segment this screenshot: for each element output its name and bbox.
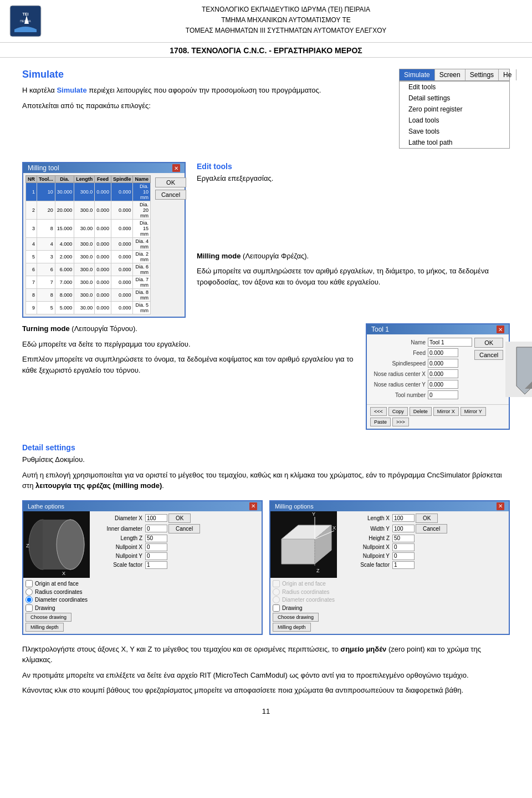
menu-screen[interactable]: Screen <box>435 69 466 80</box>
conclusion-text: Κάνοντας κλικ στο κουμπί βάθους του φρεζ… <box>22 685 510 696</box>
milling-length-x-input[interactable] <box>392 514 415 522</box>
tool1-preview-svg <box>505 342 532 397</box>
lathe-null-x-label: Nullpoint X <box>94 544 144 550</box>
menu-simulate[interactable]: Simulate <box>400 69 435 80</box>
lathe-length-input[interactable] <box>145 535 167 542</box>
milling-drawing-checkbox[interactable] <box>273 604 280 612</box>
lathe-scale-row: Scale factor <box>94 561 259 569</box>
lathe-drawing-checkbox[interactable] <box>25 604 33 612</box>
milling-height-z-input[interactable] <box>392 535 415 542</box>
lathe-null-y-label: Nullpoint Y <box>94 553 144 559</box>
milling-cancel-btn[interactable]: Cancel <box>416 524 447 533</box>
table-cell: 8 <box>37 220 55 238</box>
table-cell: 0.000 <box>111 201 133 220</box>
milling-width-y-input[interactable] <box>392 525 415 532</box>
lathe-radius-radio[interactable] <box>25 588 33 596</box>
table-cell: 300.0 <box>74 183 95 201</box>
menu-he[interactable]: He <box>499 69 516 80</box>
milling-options-close[interactable]: ✕ <box>497 502 504 510</box>
page-number: 11 <box>22 707 510 715</box>
menu-item-lathe-tool[interactable]: Lathe tool path <box>400 137 509 148</box>
milling-ok-btn[interactable]: OK <box>416 514 438 523</box>
turning-text: Turning mode (Λειτουργία Τόρνου). Εδώ μπ… <box>22 323 355 380</box>
milling-radius-row: Radius coordinates <box>273 588 507 596</box>
lathe-null-x-input[interactable] <box>145 543 167 551</box>
tool1-delete-btn[interactable]: Delete <box>410 407 432 416</box>
milling-cancel-btn[interactable]: Cancel <box>155 190 186 200</box>
zero-point-p1: Πληκτρολογήστε στους άξονες X, Y και Z τ… <box>22 645 340 653</box>
table-row[interactable]: 532.000300.00.0000.000Dia. 2 mm <box>26 251 151 263</box>
tool1-prev-btn[interactable]: <<< <box>370 407 387 416</box>
lathe-scale-input[interactable] <box>145 561 167 569</box>
table-cell: 300.0 <box>74 276 95 289</box>
milling-scale-label: Scale factor <box>341 562 391 568</box>
lathe-diameter-label: Diameter coordinates <box>35 597 88 603</box>
menu-bar[interactable]: Simulate Screen Settings He <box>399 69 510 81</box>
table-cell: 4 <box>26 238 37 251</box>
table-row[interactable]: 444.000300.00.0000.000Dia. 4 mm <box>26 238 151 251</box>
table-row[interactable]: 11030.000300.00.0000.000Dia. 10 mm <box>26 183 151 201</box>
table-row[interactable]: 666.000300.00.0000.000Dia. 6 mm <box>26 263 151 276</box>
tool1-feed-input[interactable] <box>428 348 458 357</box>
milling-null-x-input[interactable] <box>392 543 415 551</box>
table-cell: 8 <box>26 289 37 302</box>
lathe-diameter-radio[interactable] <box>25 596 33 603</box>
tool1-name-row: Name <box>370 338 472 347</box>
tool1-nry-input[interactable] <box>428 380 458 389</box>
menu-settings[interactable]: Settings <box>466 69 499 80</box>
tool1-paste-btn[interactable]: Paste <box>370 418 391 426</box>
menu-item-save-tools[interactable]: Save tools <box>400 126 509 137</box>
lathe-null-y-input[interactable] <box>145 552 167 560</box>
milling-table-body: 11030.000300.00.0000.000Dia. 10 mm22020.… <box>26 183 151 314</box>
tool1-mirrorx-btn[interactable]: Mirror X <box>433 407 459 416</box>
table-cell: 6.000 <box>55 263 74 276</box>
table-row[interactable]: 3815.00030.000.0000.000Dia. 15 mm <box>26 220 151 238</box>
tool1-nrx-input[interactable] <box>428 369 458 378</box>
tool1-toolnum-input[interactable] <box>428 390 458 399</box>
table-row[interactable]: 777.000300.00.0000.000Dia. 7 mm <box>26 276 151 289</box>
milling-length-x-row: Length X OK <box>341 514 507 523</box>
detail-bold1: λειτουργία της φρέζας <box>35 481 111 490</box>
tool1-name-input[interactable] <box>428 338 472 347</box>
turning-heading: Turning mode (Λειτουργία Τόρνου). <box>22 323 355 334</box>
milling-mode-greek: (Λειτουργία Φρέζας). <box>243 252 309 260</box>
lathe-cancel-btn[interactable]: Cancel <box>168 524 200 533</box>
menu-item-load-tools[interactable]: Load tools <box>400 115 509 126</box>
lathe-options-close[interactable]: ✕ <box>249 502 257 510</box>
table-row[interactable]: 22020.000300.00.0000.000Dia. 20 mm <box>26 201 151 220</box>
col-feed: Feed <box>95 176 111 183</box>
table-row[interactable]: 955.00030.000.0000.000Dia. 5 mm <box>26 302 151 314</box>
table-row[interactable]: 888.000300.00.0000.000Dia. 8 mm <box>26 289 151 302</box>
svg-text:Z: Z <box>26 543 29 548</box>
milling-choose-btn[interactable]: Choose drawing <box>273 613 319 622</box>
lathe-inner-dia-input[interactable] <box>145 525 167 532</box>
simulate-p2: Αποτελείται από τις παρακάτω επιλογές: <box>22 100 388 111</box>
tool1-ok-btn[interactable]: OK <box>474 338 503 348</box>
lathe-dia-x-input[interactable] <box>145 514 167 522</box>
tool1-close[interactable]: ✕ <box>497 326 504 333</box>
tool1-toolnum-label: Tool number <box>370 392 426 398</box>
menu-item-detail-settings[interactable]: Detail settings <box>400 93 509 104</box>
tool1-cancel-btn[interactable]: Cancel <box>474 350 503 360</box>
tool1-mirrory-btn[interactable]: Mirror Y <box>461 407 486 416</box>
milling-scale-input[interactable] <box>392 561 415 569</box>
table-cell: 10 <box>37 183 55 201</box>
milling-dialog-content: NR Tool... Dia. Length Feed Spindle Name <box>23 173 185 317</box>
lathe-milling-depth-btn[interactable]: Milling depth <box>25 623 64 632</box>
lathe-choose-btn[interactable]: Choose drawing <box>25 613 71 622</box>
milling-height-z-row: Height Z <box>341 535 507 542</box>
milling-milling-depth-btn[interactable]: Milling depth <box>273 623 311 632</box>
menu-item-zero-point[interactable]: Zero point register <box>400 104 509 115</box>
detail-settings-heading: Detail settings <box>22 443 510 452</box>
milling-ok-btn[interactable]: OK <box>155 177 186 187</box>
lathe-origin-checkbox[interactable] <box>25 580 33 587</box>
edit-tools-block: Edit tools Εργαλεία επεξεργασίας. <box>197 162 510 184</box>
lathe-ok-btn[interactable]: OK <box>168 514 191 523</box>
tool1-title: Tool 1 <box>371 326 389 333</box>
tool1-spindle-input[interactable] <box>428 359 458 368</box>
milling-null-y-input[interactable] <box>392 552 415 560</box>
tool1-next-btn[interactable]: >>> <box>392 418 409 426</box>
menu-item-edit-tools[interactable]: Edit tools <box>400 82 509 93</box>
tool1-copy-btn[interactable]: Copy <box>388 407 408 416</box>
milling-dialog-close[interactable]: ✕ <box>172 164 180 172</box>
